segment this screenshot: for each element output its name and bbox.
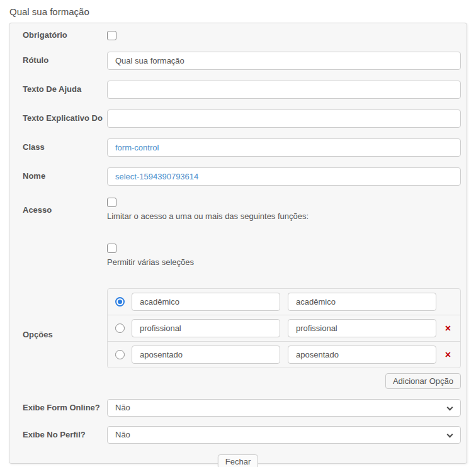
option-default-radio[interactable] bbox=[115, 324, 125, 333]
option-value-input[interactable] bbox=[132, 346, 280, 364]
rotulo-label: Rótulo bbox=[15, 52, 107, 70]
option-row bbox=[108, 289, 460, 315]
option-label-input[interactable] bbox=[288, 346, 436, 364]
row-acesso: Acesso Limitar o acesso a uma ou mais da… bbox=[15, 196, 461, 221]
row-multipla-selecao: Permitir várias seleções bbox=[15, 242, 461, 267]
close-button[interactable]: Fechar bbox=[218, 454, 258, 467]
row-class: Class bbox=[15, 138, 461, 157]
obrigatorio-label: Obrigatório bbox=[15, 30, 107, 41]
nome-label: Nome bbox=[15, 167, 107, 186]
page-title: Qual sua formação bbox=[9, 5, 467, 23]
chevron-down-icon bbox=[447, 405, 453, 411]
options-table: × × bbox=[107, 288, 461, 368]
exibe-no-perfil-selected-value: Não bbox=[115, 430, 130, 439]
acesso-label: Acesso bbox=[15, 196, 107, 221]
row-rotulo: Rótulo bbox=[15, 52, 461, 70]
option-label-input[interactable] bbox=[288, 293, 436, 311]
row-texto-explicativo: Texto Explicativo Do bbox=[15, 110, 461, 128]
row-exibe-no-perfil: Exibe No Perfil? Não bbox=[15, 426, 461, 444]
option-default-radio[interactable] bbox=[115, 350, 125, 359]
opcoes-label: Opções bbox=[15, 288, 107, 389]
multipla-selecao-checkbox[interactable] bbox=[107, 244, 116, 253]
row-nome: Nome bbox=[15, 167, 461, 186]
obrigatorio-checkbox[interactable] bbox=[107, 31, 116, 40]
row-exibe-form-online: Exibe Form Online? Não bbox=[15, 399, 461, 417]
add-option-button[interactable]: Adicionar Opção bbox=[385, 373, 461, 389]
field-edit-panel: Obrigatório Rótulo Texto De Ajuda Texto … bbox=[9, 23, 467, 464]
acesso-checkbox[interactable] bbox=[107, 198, 116, 207]
exibe-no-perfil-label: Exibe No Perfil? bbox=[15, 426, 107, 444]
row-opcoes: Opções × × bbox=[15, 288, 461, 389]
rotulo-input[interactable] bbox=[107, 52, 461, 70]
exibe-form-online-select[interactable]: Não bbox=[107, 399, 461, 417]
option-label-input[interactable] bbox=[288, 319, 436, 337]
texto-explicativo-input[interactable] bbox=[107, 110, 461, 128]
texto-ajuda-input[interactable] bbox=[107, 81, 461, 99]
delete-option-icon[interactable]: × bbox=[445, 350, 453, 360]
option-value-input[interactable] bbox=[132, 319, 280, 337]
option-row: × bbox=[108, 342, 460, 368]
row-obrigatorio: Obrigatório bbox=[15, 30, 461, 41]
option-value-input[interactable] bbox=[132, 293, 280, 311]
acesso-help-text: Limitar o acesso a uma ou mais das segui… bbox=[107, 211, 461, 221]
nome-input[interactable] bbox=[107, 167, 461, 186]
multipla-selecao-help-text: Permitir várias seleções bbox=[107, 257, 461, 267]
texto-ajuda-label: Texto De Ajuda bbox=[15, 81, 107, 99]
delete-option-icon[interactable]: × bbox=[445, 324, 453, 334]
row-texto-ajuda: Texto De Ajuda bbox=[15, 81, 461, 99]
option-default-radio[interactable] bbox=[115, 297, 125, 307]
class-label: Class bbox=[15, 138, 107, 157]
texto-explicativo-label: Texto Explicativo Do bbox=[15, 110, 107, 128]
exibe-no-perfil-select[interactable]: Não bbox=[107, 426, 461, 444]
option-row: × bbox=[108, 315, 460, 342]
exibe-form-online-label: Exibe Form Online? bbox=[15, 399, 107, 417]
chevron-down-icon bbox=[447, 432, 453, 438]
class-input[interactable] bbox=[107, 138, 461, 157]
exibe-form-online-selected-value: Não bbox=[115, 403, 130, 412]
